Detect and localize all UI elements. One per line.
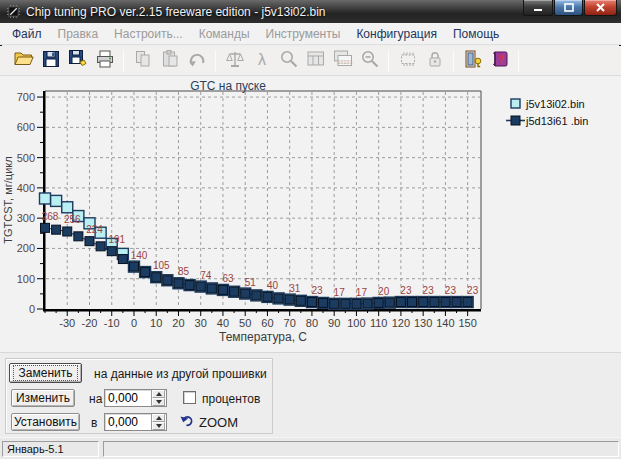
toolbar-separator — [215, 50, 216, 72]
toolbar-button-open[interactable] — [10, 48, 37, 74]
svg-text:λ: λ — [258, 50, 266, 67]
svg-text:40: 40 — [267, 280, 279, 291]
modify-spin-down[interactable] — [152, 398, 165, 406]
replace-caption: на данные из другой прошивки — [94, 367, 267, 381]
svg-text:23: 23 — [423, 285, 435, 296]
table-view-icon — [305, 48, 327, 74]
svg-text:90: 90 — [328, 317, 340, 329]
help-book-icon: ? — [489, 48, 511, 74]
toolbar-button-help-book[interactable]: ? — [486, 48, 513, 74]
chart-grid — [46, 92, 480, 308]
menubar: ФайлПравкаНастроить...КомандыИнструменты… — [0, 23, 621, 45]
svg-text:400: 400 — [17, 182, 35, 194]
close-button[interactable] — [584, 0, 617, 16]
print-icon — [94, 48, 116, 74]
menu-item-commands: Команды — [191, 24, 258, 44]
svg-text:23: 23 — [467, 285, 479, 296]
toolbar-button-compare — [221, 48, 248, 74]
menu-item-configuration[interactable]: Конфигурация — [348, 24, 445, 44]
modify-spin-up[interactable] — [152, 390, 165, 398]
app-window: Chip tuning PRO ver.2.15 freeware editio… — [0, 0, 621, 459]
set-spin-down[interactable] — [152, 422, 165, 430]
toolbar-button-undo — [183, 48, 210, 74]
window-controls — [522, 0, 617, 16]
svg-text:10: 10 — [150, 317, 162, 329]
minimize-button[interactable] — [523, 0, 553, 16]
toolbar-button-exit[interactable] — [459, 48, 486, 74]
save-icon — [40, 48, 62, 74]
toolbar-button-lock — [421, 48, 448, 74]
toolbar-separator — [453, 50, 454, 72]
percent-checkbox[interactable] — [183, 391, 196, 404]
toolbar-button-print[interactable] — [91, 48, 118, 74]
maximize-button[interactable] — [554, 0, 583, 16]
svg-text:j5d13i61 .bin: j5d13i61 .bin — [525, 115, 588, 127]
chart-svg[interactable]: GTC на пуске-30-20-100102030405060708090… — [0, 76, 617, 352]
toolbar-button-lambda: λ — [248, 48, 275, 74]
svg-text:700: 700 — [17, 91, 35, 103]
svg-text:0: 0 — [131, 317, 137, 329]
zoom-out-icon — [359, 48, 381, 74]
open-icon — [13, 48, 35, 74]
svg-text:23: 23 — [445, 285, 457, 296]
toolbar-button-copy — [129, 48, 156, 74]
modify-value-spinedit — [104, 389, 167, 407]
svg-text:191: 191 — [108, 234, 125, 245]
svg-text:74: 74 — [200, 270, 212, 281]
menu-item-help[interactable]: Помощь — [445, 24, 507, 44]
svg-text:50: 50 — [239, 317, 251, 329]
svg-text:-20: -20 — [82, 317, 98, 329]
set-value-input[interactable] — [105, 414, 151, 430]
chart-area[interactable]: GTC на пуске-30-20-100102030405060708090… — [0, 76, 621, 352]
svg-text:70: 70 — [284, 317, 296, 329]
svg-text:17: 17 — [334, 287, 346, 298]
toolbar-separator — [518, 50, 519, 72]
exit-icon — [462, 48, 484, 74]
magnifier-icon — [278, 48, 300, 74]
menu-item-edit: Правка — [50, 24, 107, 44]
compare-icon — [224, 48, 246, 74]
save-as-icon — [67, 48, 89, 74]
undo-zoom-icon[interactable] — [180, 414, 195, 430]
statusbar: Январь-5.1 — [0, 437, 621, 459]
svg-text:110: 110 — [370, 317, 388, 329]
svg-text:23: 23 — [311, 285, 323, 296]
svg-text:300: 300 — [17, 212, 35, 224]
lambda-icon: λ — [251, 48, 273, 74]
set-spin-up[interactable] — [152, 414, 165, 422]
svg-text:23: 23 — [400, 285, 412, 296]
svg-text:60: 60 — [261, 317, 273, 329]
svg-text:20: 20 — [378, 286, 390, 297]
titlebar[interactable]: Chip tuning PRO ver.2.15 freeware editio… — [0, 0, 621, 23]
set-prefix-label: в — [91, 416, 97, 430]
toolbar-button-save[interactable] — [37, 48, 64, 74]
toolbar-button-save-as[interactable] — [64, 48, 91, 74]
chip-icon — [397, 48, 419, 74]
svg-text:268: 268 — [42, 211, 59, 222]
toolbar: λ10101? — [0, 46, 621, 76]
svg-text:51: 51 — [245, 277, 257, 288]
menu-item-tools: Инструменты — [258, 24, 349, 44]
set-value-spinedit — [104, 413, 167, 431]
modify-button[interactable]: Изменить — [11, 389, 75, 407]
svg-text:130: 130 — [414, 317, 432, 329]
svg-text:105: 105 — [153, 260, 170, 271]
modify-button-label: Изменить — [16, 391, 70, 405]
undo-icon — [186, 48, 208, 74]
modify-value-input[interactable] — [105, 390, 151, 406]
svg-text:j5v13i02.bin: j5v13i02.bin — [525, 98, 585, 110]
svg-text:224: 224 — [86, 224, 103, 235]
svg-text:85: 85 — [178, 266, 190, 277]
svg-text:100: 100 — [347, 317, 365, 329]
app-chip-icon — [6, 4, 21, 19]
modify-spinner — [151, 390, 165, 406]
replace-button[interactable]: Заменить — [9, 363, 82, 383]
set-button[interactable]: Установить — [11, 413, 80, 431]
svg-text:150: 150 — [458, 317, 476, 329]
zoom-label: ZOOM — [199, 415, 238, 430]
copy-icon — [132, 48, 154, 74]
svg-text:-30: -30 — [59, 317, 75, 329]
replace-button-label: Заменить — [13, 365, 79, 381]
menu-item-file[interactable]: Файл — [4, 24, 50, 44]
lock-icon — [424, 48, 446, 74]
